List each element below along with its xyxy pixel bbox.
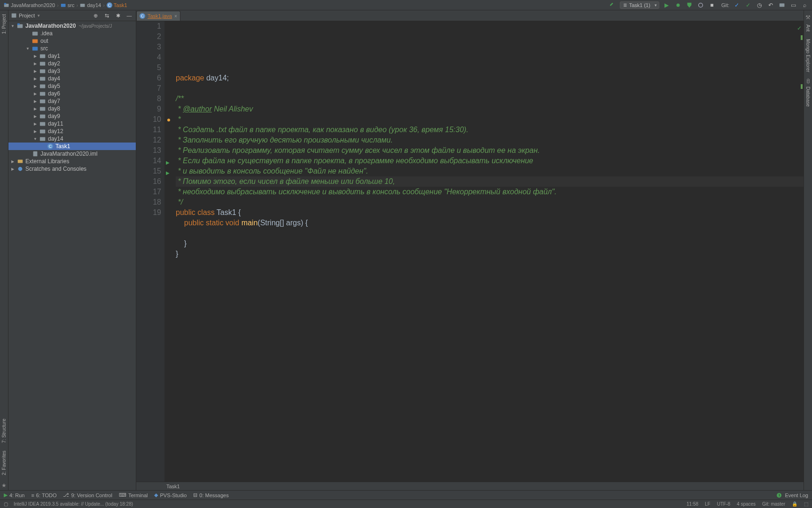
tree-item[interactable]: ▶day8 [8, 105, 136, 112]
svg-rect-28 [33, 151, 38, 157]
encoding[interactable]: UTF-8 [717, 501, 730, 507]
sidebar-header: Project ▼ ⊕ ⇆ ✱ — [8, 10, 136, 21]
collapse-button[interactable]: ⇆ [103, 12, 110, 19]
git-label: Git: [721, 2, 729, 8]
tree-root[interactable]: ▼ JavaMarathon2020 ~/javaProjects/J [8, 22, 136, 30]
bookmark-icon[interactable]: ★ [1, 482, 7, 489]
tree-item[interactable]: ▶day3 [8, 67, 136, 75]
tree-item[interactable]: ▼src [8, 45, 136, 52]
run-button[interactable]: ▶ [663, 1, 671, 9]
git-update-button[interactable]: ✓ [733, 1, 741, 9]
inspection-ok-icon[interactable]: ✓ [797, 23, 802, 33]
code-editor[interactable]: 1234567891011121314▶15▶16171819 ✓ packag… [136, 21, 804, 482]
tree-scratches[interactable]: ▶ Scratches and Consoles [8, 165, 136, 173]
marker[interactable] [801, 35, 803, 40]
tree-item[interactable]: out [8, 37, 136, 45]
svg-rect-14 [32, 40, 38, 43]
editor-tab[interactable]: C Task1.java × [136, 11, 180, 21]
memory-icon[interactable]: ⬚ [804, 501, 808, 507]
svg-rect-20 [40, 85, 45, 88]
svg-rect-15 [32, 47, 38, 51]
class-icon: C [107, 2, 112, 8]
editor-tab-bar: C Task1.java × [136, 10, 804, 21]
svg-rect-6 [624, 6, 626, 6]
svg-rect-12 [17, 24, 20, 25]
code-content[interactable]: ✓ package day14;/** * @author Neil Alish… [164, 21, 804, 482]
git-history-button[interactable]: ◷ [756, 1, 763, 9]
tree-item[interactable]: JavaMarathon2020.iml [8, 150, 136, 158]
tab-terminal[interactable]: ⌨Terminal [119, 492, 148, 498]
git-rollback-button[interactable]: ↶ [767, 1, 774, 9]
tree-item[interactable]: ▶day1 [8, 52, 136, 60]
svg-rect-17 [40, 62, 45, 66]
tree-item[interactable]: ▶day9 [8, 112, 136, 120]
database-icon[interactable]: 🛢 [805, 78, 811, 85]
breadcrumb-item[interactable]: JavaMarathon2020 [4, 2, 55, 8]
tree-item[interactable]: ▶day4 [8, 75, 136, 82]
chevron-icon: › [103, 2, 105, 8]
tree-item[interactable]: .idea [8, 30, 136, 37]
tab-ant[interactable]: Ant [805, 23, 811, 33]
tree-item[interactable]: ▶day6 [8, 90, 136, 97]
event-log-button[interactable]: 1Event Log [777, 492, 808, 498]
tree-item[interactable]: ▶day12 [8, 127, 136, 135]
profiler-button[interactable] [697, 1, 704, 9]
cursor-position[interactable]: 11:58 [687, 501, 698, 507]
tab-pvs[interactable]: ◆PVS-Studio [154, 492, 187, 498]
stop-button[interactable]: ■ [708, 1, 716, 9]
toggle-toolwindows-button[interactable]: ▢ [4, 501, 8, 507]
settings-button[interactable]: ✱ [114, 12, 122, 19]
tree-item[interactable]: ▶day5 [8, 82, 136, 90]
hide-button[interactable]: — [125, 12, 133, 19]
lock-icon[interactable]: 🔒 [792, 501, 797, 507]
breadcrumb-item[interactable]: CTask1 [107, 2, 127, 8]
tab-mongo[interactable]: Mongo Explorer [805, 37, 811, 74]
status-message[interactable]: IntelliJ IDEA 2019.3.5 available: // Upd… [14, 501, 133, 507]
svg-rect-9 [779, 3, 784, 7]
tree-item[interactable]: ▶day2 [8, 60, 136, 67]
git-commit-button[interactable]: ✓ [744, 1, 752, 9]
tab-messages[interactable]: ⊟0: Messages [193, 492, 228, 498]
tab-vcs[interactable]: ⎇9: Version Control [63, 492, 112, 498]
tab-run[interactable]: ▶4: Run [4, 492, 24, 498]
tree-external[interactable]: ▶ External Libraries [8, 158, 136, 165]
layout-button[interactable]: ▭ [789, 1, 797, 9]
tree-item[interactable]: ▶day7 [8, 97, 136, 105]
svg-point-7 [676, 3, 679, 7]
coverage-button[interactable] [686, 1, 693, 9]
debug-button[interactable] [674, 1, 682, 9]
chevron-icon: › [57, 2, 59, 8]
ant-icon[interactable]: ⚒ [805, 14, 811, 21]
locate-button[interactable]: ⊕ [92, 12, 99, 19]
search-everywhere-button[interactable]: ⌕ [801, 1, 808, 9]
breadcrumb-item[interactable]: day14 [80, 2, 101, 8]
tree-item[interactable]: CTask1 [8, 143, 136, 150]
run-config-select[interactable]: Task1 (1) [620, 1, 659, 9]
git-branch[interactable]: Git: master [762, 501, 785, 507]
chevron-icon: › [77, 2, 78, 8]
indent[interactable]: 4 spaces [737, 501, 756, 507]
breadcrumb-item[interactable]: src [61, 2, 75, 8]
tab-project[interactable]: 1: Project [1, 12, 7, 36]
editor-area: C Task1.java × 1234567891011121314▶15▶16… [136, 10, 804, 490]
tree-item[interactable]: ▼day14 [8, 135, 136, 143]
tab-database[interactable]: Database [805, 85, 811, 109]
tab-todo[interactable]: ≡6: TODO [31, 492, 56, 498]
editor-breadcrumb[interactable]: Task1 [136, 482, 804, 490]
svg-rect-16 [40, 55, 45, 58]
marker[interactable] [801, 84, 803, 89]
folder-button[interactable] [778, 1, 786, 9]
svg-rect-3 [80, 4, 85, 7]
tab-favorites[interactable]: 2: Favorites [1, 449, 7, 477]
sidebar-title[interactable]: Project ▼ [11, 13, 40, 18]
project-tree[interactable]: ▼ JavaMarathon2020 ~/javaProjects/J .ide… [8, 21, 136, 490]
svg-rect-29 [18, 160, 23, 163]
line-separator[interactable]: LF [705, 501, 710, 507]
line-gutter[interactable]: 1234567891011121314▶15▶16171819 [136, 21, 164, 482]
tab-structure[interactable]: 7: Structure [1, 417, 7, 445]
tree-item[interactable]: ▶day11 [8, 120, 136, 127]
close-tab-button[interactable]: × [174, 14, 177, 19]
svg-rect-26 [40, 130, 45, 134]
build-button[interactable] [609, 1, 616, 9]
svg-rect-24 [40, 115, 45, 119]
